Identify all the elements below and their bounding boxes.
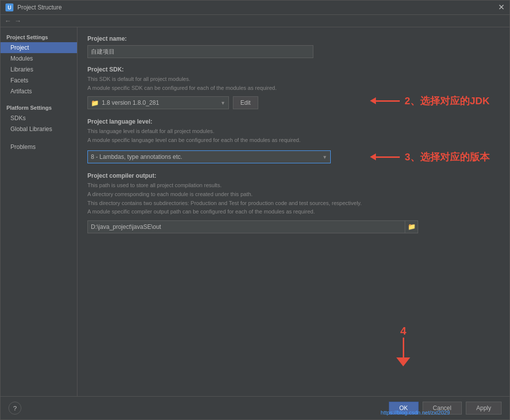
- compiler-folder-icon: 📁: [408, 223, 416, 230]
- sdk-dropdown-arrow: ▼: [220, 100, 225, 106]
- sdk-row-wrapper: 📁 1.8 version 1.8.0_281 ▼ Edit 2、选择对应的J: [87, 96, 500, 109]
- lang-dropdown[interactable]: 8 - Lambdas, type annotations etc. ▼: [87, 150, 331, 163]
- arrow-line-2: [375, 100, 400, 102]
- nav-bar: ← →: [0, 15, 510, 27]
- arrow-shaft-4: [403, 338, 404, 357]
- title-bar-left: U Project Structure: [5, 3, 62, 11]
- platform-settings-header: Platform Settings: [0, 102, 77, 113]
- annotation-2-text: 2、选择对应的JDK: [405, 94, 490, 108]
- sidebar: Project Settings Project Modules Librari…: [0, 27, 77, 396]
- arrow-line-3: [375, 156, 400, 158]
- dialog-title: Project Structure: [17, 4, 62, 11]
- help-button[interactable]: ?: [8, 402, 21, 415]
- close-button[interactable]: ✕: [498, 3, 505, 11]
- sidebar-item-facets[interactable]: Facets: [0, 75, 77, 86]
- bottom-bar: ? OK Cancel Apply https://blog.csdn.net/…: [0, 396, 510, 420]
- annotation-4: 4: [396, 325, 410, 366]
- sidebar-item-modules[interactable]: Modules: [0, 53, 77, 64]
- project-sdk-desc1: This SDK is default for all project modu…: [87, 75, 500, 92]
- sidebar-item-sdks[interactable]: SDKs: [0, 113, 77, 124]
- project-compiler-label: Project compiler output:: [87, 172, 500, 179]
- compiler-output-input[interactable]: [87, 220, 405, 233]
- sidebar-item-libraries[interactable]: Libraries: [0, 64, 77, 75]
- forward-button[interactable]: →: [14, 17, 21, 25]
- sidebar-item-project[interactable]: Project: [0, 42, 77, 53]
- title-bar: U Project Structure ✕: [0, 0, 510, 15]
- sidebar-item-artifacts[interactable]: Artifacts: [0, 86, 77, 97]
- sidebar-item-global-libraries[interactable]: Global Libraries: [0, 124, 77, 135]
- lang-value: 8 - Lambdas, type annotations etc.: [91, 153, 182, 160]
- arrowhead-2: [370, 97, 376, 104]
- annotation-2: 2、选择对应的JDK: [375, 94, 490, 108]
- sidebar-item-problems[interactable]: Problems: [0, 141, 77, 152]
- lang-row-wrapper: 8 - Lambdas, type annotations etc. ▼ 3、选…: [87, 148, 500, 163]
- back-button[interactable]: ←: [4, 17, 11, 25]
- annotation-3: 3、选择对应的版本: [375, 150, 490, 164]
- folder-icon: 📁: [91, 99, 99, 107]
- project-name-label: Project name:: [87, 35, 500, 42]
- arrowhead-3: [370, 153, 376, 160]
- arrowhead-4: [396, 357, 410, 366]
- project-language-desc: This language level is default for all p…: [87, 127, 500, 144]
- app-icon: U: [5, 3, 13, 11]
- project-settings-header: Project Settings: [0, 31, 77, 42]
- project-structure-dialog: U Project Structure ✕ ← → Project Settin…: [0, 0, 510, 420]
- content-area: Project Settings Project Modules Librari…: [0, 27, 510, 396]
- edit-sdk-button[interactable]: Edit: [233, 96, 258, 109]
- url-tooltip: https://blog.csdn.net/zxl2029: [381, 410, 450, 416]
- project-language-label: Project language level:: [87, 118, 500, 125]
- project-name-input[interactable]: [87, 45, 313, 58]
- project-sdk-label: Project SDK:: [87, 66, 500, 73]
- sdk-dropdown[interactable]: 📁 1.8 version 1.8.0_281 ▼: [87, 96, 229, 109]
- annotation-4-number: 4: [400, 325, 406, 338]
- apply-button[interactable]: Apply: [466, 402, 502, 415]
- lang-dropdown-arrow: ▼: [322, 154, 327, 160]
- compiler-desc: This path is used to store all project c…: [87, 181, 500, 216]
- annotation-3-text: 3、选择对应的版本: [405, 150, 490, 164]
- compiler-folder-button[interactable]: 📁: [405, 220, 418, 233]
- sdk-value: 1.8 version 1.8.0_281: [102, 99, 159, 106]
- main-panel: Project name: Project SDK: This SDK is d…: [77, 27, 510, 396]
- compiler-output-row: 📁: [87, 220, 500, 233]
